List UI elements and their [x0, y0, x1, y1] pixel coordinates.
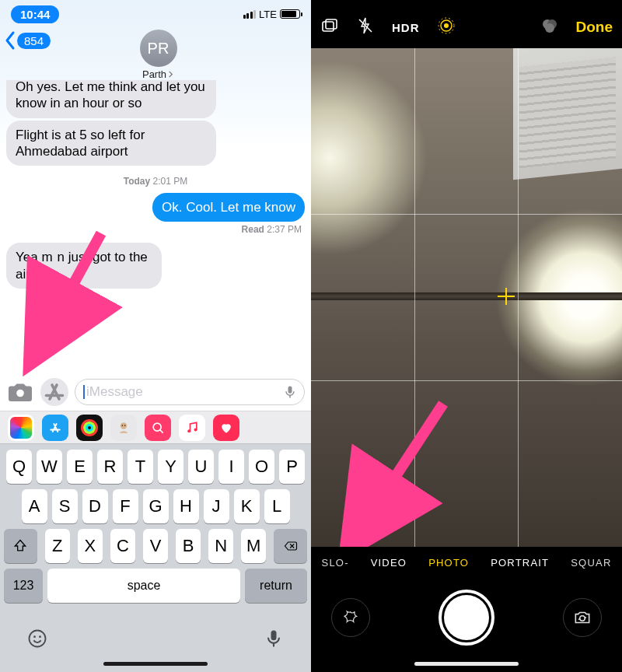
focus-indicator	[498, 288, 515, 305]
key-t[interactable]: T	[128, 450, 153, 484]
keyboard-row-4: 123 space return	[0, 563, 311, 609]
svg-point-3	[121, 422, 127, 429]
switch-camera-button[interactable]	[563, 598, 602, 637]
message-thread[interactable]: Oh yes. Let me think and let you know in…	[0, 80, 311, 375]
mode-slomo[interactable]: SLO-	[322, 557, 349, 569]
appstore-icon	[40, 378, 68, 406]
return-key[interactable]: return	[245, 569, 307, 603]
key-w[interactable]: W	[37, 450, 62, 484]
message-input[interactable]: iMessage	[75, 379, 305, 405]
hdr-button[interactable]: HDR	[392, 21, 420, 34]
key-g[interactable]: G	[143, 489, 169, 523]
key-x[interactable]: X	[78, 529, 103, 563]
home-indicator[interactable]	[103, 662, 208, 666]
memoji-app-icon[interactable]	[110, 415, 137, 441]
key-d[interactable]: D	[82, 489, 108, 523]
key-k[interactable]: K	[234, 489, 260, 523]
network-label: LTE	[259, 9, 277, 20]
chevron-right-icon	[167, 71, 174, 78]
status-bar: 10:44 LTE	[0, 0, 311, 26]
key-h[interactable]: H	[173, 489, 199, 523]
mode-portrait[interactable]: PORTRAIT	[491, 557, 549, 569]
svg-point-9	[194, 428, 197, 431]
camera-button[interactable]	[6, 378, 34, 406]
key-l[interactable]: L	[264, 489, 290, 523]
home-indicator[interactable]	[414, 662, 519, 666]
key-j[interactable]: J	[204, 489, 229, 523]
svg-point-5	[124, 425, 126, 426]
svg-point-8	[187, 429, 190, 432]
svg-line-7	[160, 429, 163, 432]
read-receipt: Read 2:37 PM	[242, 224, 302, 235]
dictate-icon[interactable]	[282, 384, 298, 400]
filters-icon	[540, 16, 559, 35]
effects-button[interactable]	[331, 598, 370, 637]
mode-square[interactable]: SQUAR	[571, 557, 611, 569]
camera-modes[interactable]: SLO- VIDEO PHOTO PORTRAIT SQUAR	[311, 547, 622, 578]
grid-overlay	[311, 48, 622, 547]
flash-button[interactable]	[356, 16, 375, 38]
photos-app-icon[interactable]	[8, 415, 34, 441]
emoji-key-icon[interactable]	[26, 628, 48, 649]
format-button[interactable]	[320, 16, 339, 38]
shift-icon	[12, 538, 28, 554]
contact-header[interactable]: PR Parth	[12, 30, 305, 80]
timestamp: Today 2:01 PM	[6, 176, 305, 187]
key-f[interactable]: F	[113, 489, 138, 523]
key-c[interactable]: C	[110, 529, 135, 563]
text-cursor	[83, 385, 85, 399]
music-app-icon[interactable]	[179, 415, 205, 441]
key-r[interactable]: R	[97, 450, 123, 484]
done-button[interactable]: Done	[576, 19, 613, 36]
viewfinder[interactable]	[311, 48, 622, 547]
key-q[interactable]: Q	[6, 450, 32, 484]
key-i[interactable]: I	[218, 450, 244, 484]
mode-video[interactable]: VIDEO	[371, 557, 407, 569]
svg-point-23	[545, 23, 554, 33]
key-m[interactable]: M	[241, 529, 266, 563]
images-app-icon[interactable]	[145, 415, 171, 441]
imessage-app-strip[interactable]	[0, 411, 311, 443]
key-n[interactable]: N	[208, 529, 233, 563]
key-b[interactable]: B	[176, 529, 201, 563]
backspace-key[interactable]	[274, 529, 307, 563]
space-key[interactable]: space	[47, 569, 240, 603]
key-v[interactable]: V	[143, 529, 168, 563]
status-time-pill[interactable]: 10:44	[11, 5, 59, 23]
numbers-key[interactable]: 123	[4, 569, 43, 603]
avatar: PR	[140, 30, 177, 67]
filters-button[interactable]	[540, 16, 559, 38]
svg-rect-16	[326, 19, 337, 29]
message-placeholder: iMessage	[86, 384, 282, 400]
keyboard[interactable]: Q W E R T Y U I O P A S D F G H J K L Z …	[0, 443, 311, 672]
appstore-app-icon[interactable]	[42, 415, 68, 441]
keyboard-bottom	[0, 609, 311, 659]
svg-point-0	[16, 390, 24, 397]
key-s[interactable]: S	[52, 489, 78, 523]
dictate-key-icon[interactable]	[263, 628, 285, 649]
shutter-button[interactable]	[439, 590, 494, 646]
shift-key[interactable]	[4, 529, 37, 563]
mode-photo[interactable]: PHOTO	[428, 557, 469, 569]
key-z[interactable]: Z	[45, 529, 70, 563]
camera-top-controls: HDR Done	[311, 0, 622, 48]
keyboard-row-2: A S D F G H J K L	[0, 484, 311, 523]
key-u[interactable]: U	[188, 450, 214, 484]
signal-icon	[243, 10, 257, 19]
key-e[interactable]: E	[67, 450, 93, 484]
key-a[interactable]: A	[22, 489, 47, 523]
key-p[interactable]: P	[279, 450, 305, 484]
message-received: Oh yes. Let me think and let you know in…	[6, 80, 216, 118]
compose-row: iMessage	[0, 375, 311, 411]
svg-point-18	[444, 23, 449, 28]
digitaltouch-app-icon[interactable]	[213, 415, 239, 441]
message-received: Yea mn just got to the airt	[6, 243, 162, 289]
live-photo-button[interactable]	[437, 16, 456, 38]
key-y[interactable]: Y	[158, 450, 183, 484]
messages-app: 10:44 LTE 854 PR Parth Oh yes. Let me th…	[0, 0, 311, 672]
svg-point-11	[33, 635, 36, 638]
key-o[interactable]: O	[249, 450, 274, 484]
activity-app-icon[interactable]	[76, 415, 103, 441]
photo-stack-icon	[320, 16, 339, 35]
apps-button[interactable]	[40, 378, 68, 406]
